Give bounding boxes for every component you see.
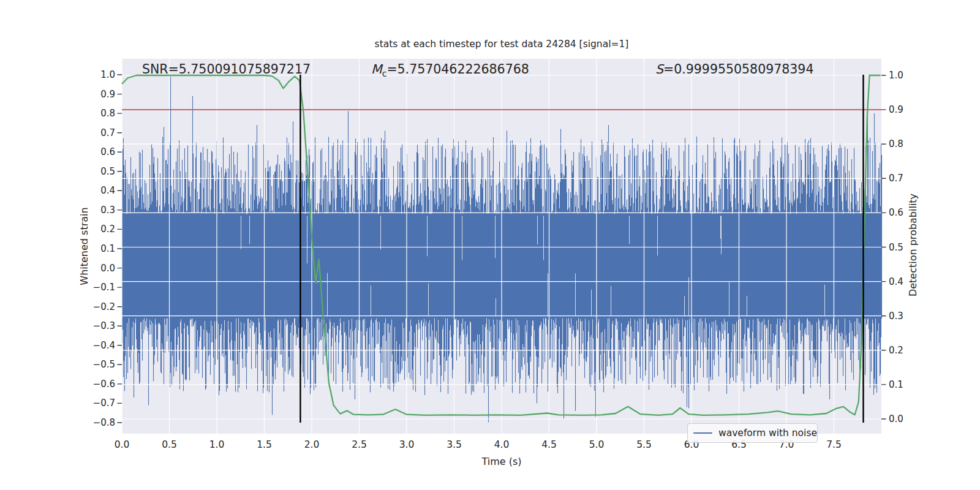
y-left-tick-label: 0.0 [86,263,115,274]
y-left-tick-label: 0.1 [86,243,115,254]
x-tick-label: 2.0 [296,439,327,450]
y-right-tick-label: 0.7 [889,173,903,184]
y-left-tick-label: 0.3 [86,205,115,216]
x-tick-label: 3.5 [439,439,470,450]
y-right-tick-label: 0.3 [889,311,903,322]
chart-title: stats at each timestep for test data 242… [122,39,881,50]
annotation-snr: SNR=5.750091075897217 [142,62,311,77]
y-right-tick-label: 0.4 [889,276,903,287]
y-right-tick-label: 0.6 [889,207,903,218]
y-left-tick-label: −0.5 [86,359,115,370]
y-right-tick-label: 0.1 [889,379,903,390]
x-tick-label: 1.5 [249,439,280,450]
annotation-s: S=0.9999550580978394 [655,62,813,77]
x-tick-label: 3.0 [391,439,422,450]
x-tick-label: 4.5 [534,439,565,450]
annotation-snr-label: SNR [142,62,168,77]
annotation-s-value: =0.9999550580978394 [663,62,813,77]
y-right-tick-label: 0.8 [889,138,903,149]
y-left-tick-label: 0.8 [86,108,115,119]
x-tick-label: 7.5 [819,439,850,450]
legend: waveform with noise [687,423,818,443]
y-left-tick-label: 1.0 [86,69,115,80]
legend-label: waveform with noise [718,428,817,439]
x-tick-label: 1.0 [202,439,232,450]
y-right-tick-label: 0.0 [889,413,903,424]
annotation-mc-label: M [371,62,382,77]
y-left-tick-label: −0.7 [86,398,115,409]
y-left-tick-label: −0.8 [86,417,115,428]
x-tick-label: 5.5 [629,439,660,450]
x-tick-label: 2.5 [344,439,375,450]
y-right-tick-label: 0.5 [889,242,903,253]
annotation-s-label: S [655,62,663,77]
figure: stats at each timestep for test data 242… [0,0,980,490]
y-left-tick-label: −0.6 [86,379,115,390]
y-left-tick-label: −0.3 [86,320,115,331]
y-left-tick-label: −0.2 [86,301,115,312]
y-axis-label-right: Detection probability [907,194,919,296]
y-right-tick-label: 0.2 [889,345,903,356]
annotation-snr-value: =5.750091075897217 [168,62,311,77]
y-left-tick-label: 0.4 [86,185,115,196]
annotation-mc: Mc=5.757046222686768 [371,62,529,78]
y-left-tick-label: 0.9 [86,89,115,100]
legend-line-sample [693,432,712,434]
y-left-tick-label: 0.6 [86,146,115,157]
y-left-tick-label: −0.1 [86,282,115,293]
y-right-tick-label: 1.0 [889,70,903,81]
x-axis-label: Time (s) [122,456,881,467]
y-left-tick-label: 0.7 [86,127,115,138]
x-tick-label: 0.0 [107,439,137,450]
x-tick-label: 4.0 [486,439,517,450]
y-right-tick-label: 0.9 [889,104,903,115]
y-left-tick-label: −0.4 [86,340,115,351]
y-left-tick-label: 0.2 [86,224,115,235]
y-left-tick-label: 0.5 [86,166,115,177]
annotation-mc-value: =5.757046222686768 [386,62,529,77]
x-tick-label: 0.5 [154,439,185,450]
x-tick-label: 5.0 [581,439,612,450]
